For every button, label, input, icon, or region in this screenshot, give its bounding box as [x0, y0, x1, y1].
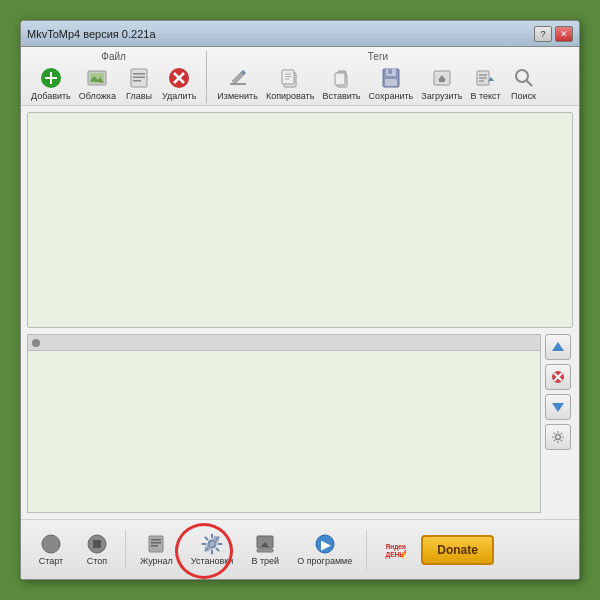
svg-rect-27 — [385, 79, 397, 86]
totray-label: В трей — [251, 556, 279, 566]
svg-marker-42 — [552, 403, 564, 412]
separator1 — [125, 530, 126, 570]
add-icon — [39, 66, 63, 90]
start-icon — [40, 533, 62, 555]
close-button[interactable]: ✕ — [555, 26, 573, 42]
bottom-panel-content — [27, 350, 541, 513]
titlebar-controls: ? ✕ — [534, 26, 573, 42]
delete-label: Удалить — [162, 91, 196, 101]
start-button[interactable]: Старт — [31, 531, 71, 568]
about-icon: ▶ — [314, 533, 336, 555]
save-icon — [379, 66, 403, 90]
donate-label: Donate — [437, 543, 478, 557]
bottom-panel — [27, 334, 541, 513]
stop-label: Стоп — [87, 556, 107, 566]
svg-line-50 — [561, 433, 562, 434]
settings-side-button[interactable] — [545, 424, 571, 450]
stop-button[interactable]: Стоп — [77, 531, 117, 568]
search-icon — [512, 66, 536, 90]
tags-group-label: Теги — [213, 51, 542, 62]
svg-rect-26 — [388, 69, 392, 74]
bottom-panel-header — [27, 334, 541, 350]
help-button[interactable]: ? — [534, 26, 552, 42]
side-buttons — [545, 334, 573, 513]
svg-line-65 — [217, 549, 219, 551]
delete-icon — [167, 66, 191, 90]
settings-icon — [201, 533, 223, 555]
about-label: О программе — [297, 556, 352, 566]
start-label: Старт — [39, 556, 63, 566]
settings-label: Установки — [191, 556, 233, 566]
file-group-label: Файл — [27, 51, 200, 62]
svg-line-37 — [526, 81, 532, 87]
load-button[interactable]: Загрузить — [417, 64, 466, 103]
svg-rect-13 — [230, 83, 246, 85]
svg-text:🔥: 🔥 — [400, 548, 406, 558]
totext-label: В текст — [470, 91, 500, 101]
paste-label: Вставить — [322, 91, 360, 101]
save-button[interactable]: Сохранить — [365, 64, 418, 103]
file-group: Файл Добавить Обложка — [27, 51, 200, 103]
titlebar: MkvToMp4 версия 0.221a ? ✕ — [21, 21, 579, 47]
main-content — [21, 106, 579, 519]
svg-rect-57 — [151, 542, 161, 544]
paste-button[interactable]: Вставить — [318, 64, 364, 103]
save-label: Сохранить — [369, 91, 414, 101]
move-up-button[interactable] — [545, 334, 571, 360]
edit-button[interactable]: Изменить — [213, 64, 262, 103]
copy-icon — [278, 66, 302, 90]
svg-rect-30 — [439, 80, 445, 82]
svg-rect-8 — [133, 77, 145, 79]
svg-rect-9 — [133, 80, 141, 82]
journal-button[interactable]: Журнал — [134, 531, 179, 568]
toolbar: Файл Добавить Обложка — [21, 47, 579, 106]
donate-button[interactable]: Donate — [421, 535, 494, 565]
journal-label: Журнал — [140, 556, 173, 566]
statusbar: Старт Стоп Журнал — [21, 519, 579, 579]
svg-line-64 — [205, 537, 207, 539]
chapters-button[interactable]: Главы — [120, 64, 158, 103]
paste-icon — [329, 66, 353, 90]
totray-button[interactable]: В трей — [245, 531, 285, 568]
bottom-area — [27, 334, 573, 513]
add-button[interactable]: Добавить — [27, 64, 75, 103]
search-button[interactable]: Поиск — [505, 64, 543, 103]
move-down-button[interactable] — [545, 394, 571, 420]
copy-button[interactable]: Копировать — [262, 64, 318, 103]
svg-point-36 — [516, 70, 528, 82]
top-panel — [27, 112, 573, 328]
delete-button[interactable]: Удалить — [158, 64, 200, 103]
yandex-money-button[interactable]: Яндекс ДЕНЬГИ 🔥 — [375, 537, 415, 563]
svg-rect-69 — [257, 549, 273, 552]
svg-rect-2 — [45, 77, 57, 79]
window-title: MkvToMp4 версия 0.221a — [27, 28, 156, 40]
yandex-money-icon: Яндекс ДЕНЬГИ 🔥 — [384, 539, 406, 561]
toolbar-separator — [206, 51, 207, 103]
stop-icon — [86, 533, 108, 555]
settings-button[interactable]: Установки — [185, 531, 239, 568]
totray-icon — [254, 533, 276, 555]
load-icon — [430, 66, 454, 90]
svg-marker-14 — [232, 72, 244, 84]
svg-line-48 — [554, 433, 555, 434]
svg-rect-54 — [93, 540, 101, 548]
main-window: MkvToMp4 версия 0.221a ? ✕ Файл Добавить — [20, 20, 580, 580]
load-label: Загрузить — [421, 91, 462, 101]
tags-group: Теги Изменить Копировать — [213, 51, 542, 103]
add-label: Добавить — [31, 91, 71, 101]
cancel-button[interactable] — [545, 364, 571, 390]
about-button[interactable]: ▶ О программе — [291, 531, 358, 568]
search-label: Поиск — [511, 91, 536, 101]
journal-icon — [145, 533, 167, 555]
cover-label: Обложка — [79, 91, 116, 101]
copy-label: Копировать — [266, 91, 314, 101]
cover-icon — [85, 66, 109, 90]
separator2 — [366, 530, 367, 570]
cover-button[interactable]: Обложка — [75, 64, 120, 103]
svg-rect-56 — [151, 539, 161, 541]
svg-rect-58 — [151, 545, 158, 547]
toolbar-groups: Файл Добавить Обложка — [27, 51, 573, 103]
svg-rect-23 — [335, 73, 345, 85]
totext-button[interactable]: В текст — [466, 64, 504, 103]
svg-point-52 — [42, 535, 60, 553]
